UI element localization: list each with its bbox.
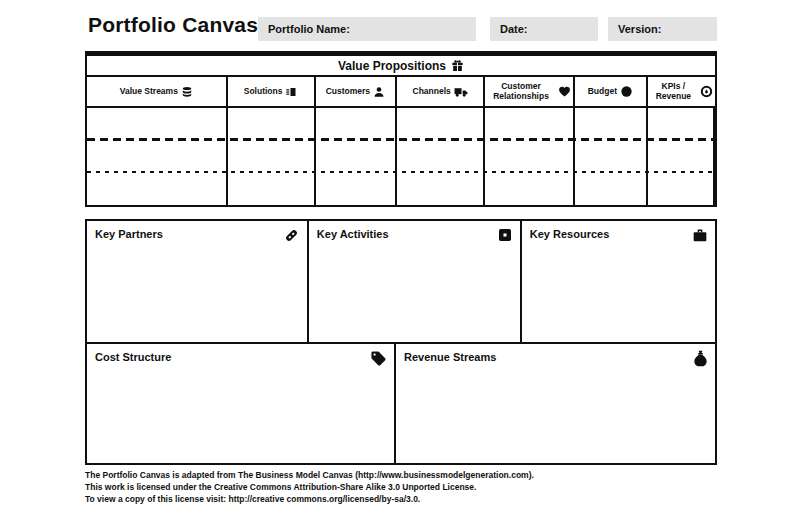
- value-propositions-grid: [87, 108, 715, 205]
- date-field[interactable]: Date:: [490, 17, 598, 41]
- heart-icon: [558, 85, 571, 98]
- value-propositions-title: Value Propositions: [338, 59, 446, 73]
- grid-cell-customers[interactable]: [316, 108, 398, 205]
- value-propositions-header: Value Propositions: [87, 56, 715, 77]
- column-label: KPIs / Revenue: [650, 82, 697, 102]
- version-field[interactable]: Version:: [608, 17, 717, 41]
- checkbox-icon: [497, 227, 513, 243]
- coin-dollar-icon: [700, 85, 713, 98]
- grid-cell-channels[interactable]: [397, 108, 485, 205]
- column-label: Customers: [326, 87, 370, 97]
- portfolio-name-label: Portfolio Name:: [268, 23, 350, 35]
- product-box-icon: [285, 86, 297, 98]
- column-label: Value Streams: [120, 87, 178, 97]
- cost-structure-label: Cost Structure: [95, 351, 171, 363]
- grid-cell-solutions[interactable]: [228, 108, 316, 205]
- version-label: Version:: [618, 23, 661, 35]
- date-label: Date:: [500, 23, 528, 35]
- key-resources-label: Key Resources: [530, 228, 610, 240]
- row-divider-dashed-thick: [87, 138, 715, 141]
- column-label: Customer Relationships: [487, 82, 555, 102]
- key-resources-cell[interactable]: Key Resources: [520, 219, 717, 344]
- column-label: Solutions: [244, 87, 283, 97]
- revenue-streams-label: Revenue Streams: [404, 351, 496, 363]
- grid-cell-value-streams[interactable]: [87, 108, 228, 205]
- grid-cell-budget[interactable]: [575, 108, 648, 205]
- value-propositions-columns: Value Streams Solutions Customers Channe…: [87, 77, 715, 108]
- money-bag-icon: [693, 350, 708, 367]
- key-sections-row: Key Partners Key Activities Key Resource…: [85, 219, 717, 344]
- revenue-streams-cell[interactable]: Revenue Streams: [394, 342, 717, 465]
- link-icon: [283, 227, 300, 244]
- column-header-solutions: Solutions: [228, 77, 316, 106]
- column-header-value-streams: Value Streams: [87, 77, 228, 106]
- key-activities-label: Key Activities: [317, 228, 389, 240]
- column-header-customer-relationships: Customer Relationships: [485, 77, 575, 106]
- row-divider-dashed-thin: [87, 171, 715, 173]
- key-activities-cell[interactable]: Key Activities: [307, 219, 520, 344]
- portfolio-name-field[interactable]: Portfolio Name:: [258, 17, 476, 41]
- key-partners-label: Key Partners: [95, 228, 163, 240]
- gift-icon: [451, 59, 464, 72]
- column-header-channels: Channels: [397, 77, 485, 106]
- license-text: The Portfolio Canvas is adapted from The…: [85, 469, 725, 505]
- coin-icon: [620, 85, 633, 98]
- cost-revenue-row: Cost Structure Revenue Streams: [85, 342, 717, 465]
- column-header-kpis-revenue: KPIs / Revenue: [648, 77, 715, 106]
- value-propositions-table: Value Propositions Value Streams Solutio…: [85, 56, 717, 207]
- truck-icon: [454, 86, 468, 98]
- page-title: Portfolio Canvas: [88, 13, 258, 37]
- briefcase-icon: [692, 227, 708, 243]
- grid-cell-customer-relationships[interactable]: [485, 108, 575, 205]
- license-line-3: To view a copy of this license visit: ht…: [85, 493, 725, 505]
- person-icon: [373, 86, 385, 98]
- grid-cell-kpis-revenue[interactable]: [648, 108, 715, 205]
- license-line-1: The Portfolio Canvas is adapted from The…: [85, 469, 725, 481]
- portfolio-canvas-page: Portfolio Canvas Portfolio Name: Date: V…: [0, 0, 800, 518]
- license-line-2: This work is licensed under the Creative…: [85, 481, 725, 493]
- column-header-budget: Budget: [575, 77, 648, 106]
- price-tag-icon: [370, 350, 387, 367]
- column-label: Channels: [413, 87, 451, 97]
- coins-stack-icon: [181, 86, 193, 98]
- cost-structure-cell[interactable]: Cost Structure: [85, 342, 394, 465]
- key-partners-cell[interactable]: Key Partners: [85, 219, 307, 344]
- column-header-customers: Customers: [316, 77, 398, 106]
- column-label: Budget: [588, 87, 617, 97]
